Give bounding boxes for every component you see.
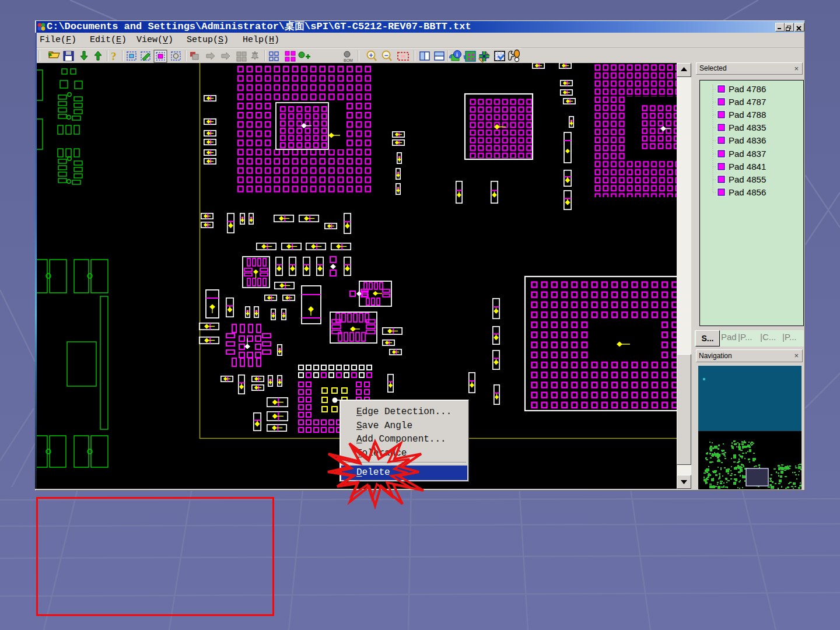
svg-text:Pad 4855: Pad 4855 xyxy=(729,174,766,184)
svg-text:BOM: BOM xyxy=(344,58,353,62)
svg-text:Pad 4841: Pad 4841 xyxy=(729,162,766,172)
svg-text:Pad 4837: Pad 4837 xyxy=(729,149,766,159)
svg-text:Pad 4787: Pad 4787 xyxy=(729,97,766,107)
svg-text:Pad 4835: Pad 4835 xyxy=(729,123,766,132)
svg-text:i: i xyxy=(456,51,458,58)
svg-text:−: − xyxy=(384,51,388,60)
svg-text:?: ? xyxy=(111,50,117,62)
svg-text:Pad 4836: Pad 4836 xyxy=(729,135,766,145)
svg-text:+: + xyxy=(369,51,373,60)
svg-text:Pad 4788: Pad 4788 xyxy=(729,110,766,120)
svg-text:Pad 4786: Pad 4786 xyxy=(729,84,766,94)
svg-text:Pad 4856: Pad 4856 xyxy=(729,187,766,197)
